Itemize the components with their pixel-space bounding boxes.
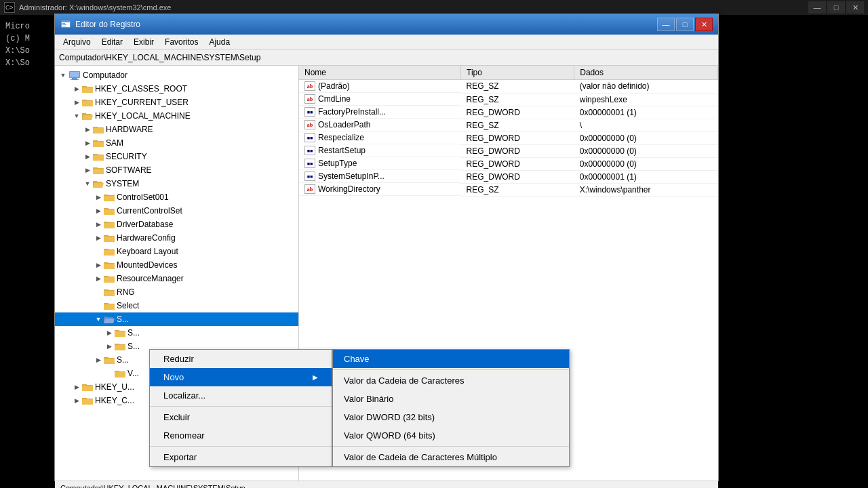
folder-icon bbox=[82, 98, 93, 107]
ctx-reduzir[interactable]: Reduzir bbox=[150, 350, 332, 368]
reg-type: REG_SZ bbox=[461, 93, 574, 106]
setup-expander[interactable]: ▼ bbox=[93, 314, 104, 325]
table-row[interactable]: abWorkingDirectory REG_SZ X:\windows\pan… bbox=[299, 183, 718, 196]
menu-arquivo[interactable]: Arquivo bbox=[58, 36, 96, 48]
system-expander[interactable]: ▼ bbox=[82, 178, 93, 189]
security-expander[interactable]: ▶ bbox=[82, 151, 93, 162]
tree-hkcr[interactable]: ▶ HKEY_CLASSES_ROOT bbox=[55, 82, 298, 96]
software-expander[interactable]: ▶ bbox=[82, 165, 93, 176]
ctx-excluir[interactable]: Excluir bbox=[150, 408, 332, 426]
submenu-valor-cadeia-multiplo[interactable]: Valor de Cadeia de Caracteres Múltiplo bbox=[333, 448, 569, 466]
hkcc-expander[interactable]: ▶ bbox=[71, 395, 82, 406]
folder-icon bbox=[104, 220, 115, 229]
tree-software-label: SOFTWARE bbox=[106, 165, 152, 175]
hkcu-expander[interactable]: ▶ bbox=[71, 97, 82, 108]
table-row[interactable]: ■■■■FactoryPreInstall... REG_DWORD 0x000… bbox=[299, 106, 718, 119]
submenu-valor-binario[interactable]: Valor Binário bbox=[333, 390, 569, 408]
sam-expander[interactable]: ▶ bbox=[82, 138, 93, 148]
driverdb-expander[interactable]: ▶ bbox=[93, 219, 104, 230]
root-expander[interactable]: ▼ bbox=[58, 70, 68, 81]
submenu-chave[interactable]: Chave bbox=[333, 350, 569, 368]
tree-setup[interactable]: ▼ S... bbox=[55, 312, 298, 326]
ctx-renomear[interactable]: Renomear bbox=[150, 426, 332, 445]
hwconfig-expander[interactable]: ▶ bbox=[93, 232, 104, 243]
ccs-expander[interactable]: ▶ bbox=[93, 205, 104, 216]
reg-type: REG_DWORD bbox=[461, 106, 574, 119]
ctx-localizar[interactable]: Localizar... bbox=[150, 386, 332, 405]
svg-rect-77 bbox=[82, 386, 93, 391]
context-menu[interactable]: Reduzir Novo ▶ Localizar... Excluir Reno… bbox=[149, 349, 332, 467]
submenu-chave-label: Chave bbox=[344, 354, 370, 364]
tree-driverdb[interactable]: ▶ DriverDatabase bbox=[55, 218, 298, 231]
tree-hklm[interactable]: ▼ HKEY_LOCAL_MACHINE bbox=[55, 109, 298, 123]
table-row[interactable]: ■■■■SetupType REG_DWORD 0x00000000 (0) bbox=[299, 157, 718, 170]
sc1-expander[interactable]: ▶ bbox=[104, 327, 115, 338]
cmd-close-button[interactable]: ✕ bbox=[846, 1, 864, 14]
ctx-exportar[interactable]: Exportar bbox=[150, 448, 332, 466]
ctx-novo[interactable]: Novo ▶ bbox=[150, 368, 332, 386]
regedit-maximize-button[interactable]: □ bbox=[676, 18, 694, 31]
tree-hwconfig[interactable]: ▶ HardwareConfig bbox=[55, 231, 298, 245]
tree-hardware[interactable]: ▶ HARDWARE bbox=[55, 123, 298, 136]
table-row[interactable]: abOsLoaderPath REG_SZ \ bbox=[299, 119, 718, 131]
reg-icon-ab: ab bbox=[304, 184, 315, 194]
regedit-title-controls: — □ ✕ bbox=[657, 18, 713, 31]
reg-type: REG_DWORD bbox=[461, 170, 574, 183]
hklm-expander[interactable]: ▼ bbox=[71, 110, 82, 121]
tree-s3-label: S... bbox=[117, 355, 129, 365]
table-row[interactable]: ■■■■Respecialize REG_DWORD 0x00000000 (0… bbox=[299, 131, 718, 144]
regedit-minimize-button[interactable]: — bbox=[657, 18, 675, 31]
table-row[interactable]: ab(Padrão) REG_SZ (valor não definido) bbox=[299, 80, 718, 94]
reg-type: REG_SZ bbox=[461, 119, 574, 131]
resmgr-expander[interactable]: ▶ bbox=[93, 273, 104, 284]
submenu-valor-qword[interactable]: Valor QWORD (64 bits) bbox=[333, 426, 569, 445]
hardware-expander[interactable]: ▶ bbox=[82, 124, 93, 135]
tree-root-label: Computador bbox=[83, 70, 127, 80]
folder-icon bbox=[104, 287, 115, 297]
cs1-expander[interactable]: ▶ bbox=[93, 192, 104, 203]
tree-currentcontrolset[interactable]: ▶ CurrentControlSet bbox=[55, 204, 298, 218]
tree-rng-label: RNG bbox=[117, 287, 135, 297]
tree-hkcu[interactable]: ▶ HKEY_CURRENT_USER bbox=[55, 96, 298, 109]
tree-root[interactable]: ▼ Computador bbox=[55, 68, 298, 82]
cmd-minimize-button[interactable]: — bbox=[808, 1, 826, 14]
tree-v1-label: V... bbox=[127, 369, 139, 378]
s3-expander[interactable]: ▶ bbox=[93, 354, 104, 365]
table-row[interactable]: ■■■■SystemSetupInP... REG_DWORD 0x000000… bbox=[299, 170, 718, 183]
tree-rng[interactable]: ▶ RNG bbox=[55, 285, 298, 299]
submenu-valor-dword[interactable]: Valor DWORD (32 bits) bbox=[333, 408, 569, 426]
table-row[interactable]: abCmdLine REG_SZ winpeshLexe bbox=[299, 93, 718, 106]
col-name: Nome bbox=[299, 66, 461, 80]
svg-rect-65 bbox=[115, 331, 125, 337]
svg-rect-56 bbox=[104, 291, 115, 296]
hku-expander[interactable]: ▶ bbox=[71, 382, 82, 392]
tree-select[interactable]: ▶ Select bbox=[55, 299, 298, 312]
tree-software[interactable]: ▶ SOFTWARE bbox=[55, 163, 298, 177]
tree-mounted[interactable]: ▶ MountedDevices bbox=[55, 258, 298, 272]
tree-sam[interactable]: ▶ SAM bbox=[55, 136, 298, 150]
cmd-maximize-button[interactable]: □ bbox=[827, 1, 845, 14]
menu-ajuda[interactable]: Ajuda bbox=[203, 36, 235, 48]
sc2-expander[interactable]: ▶ bbox=[104, 341, 115, 352]
folder-icon bbox=[93, 152, 104, 161]
menu-exibir[interactable]: Exibir bbox=[128, 36, 159, 48]
menu-editar[interactable]: Editar bbox=[96, 36, 128, 48]
regedit-close-button[interactable]: ✕ bbox=[695, 18, 713, 31]
tree-system[interactable]: ▼ SYSTEM bbox=[55, 177, 298, 190]
tree-security[interactable]: ▶ SECURITY bbox=[55, 150, 298, 163]
submenu-valor-cadeia[interactable]: Valor da Cadeia de Caracteres bbox=[333, 371, 569, 390]
submenu[interactable]: Chave Valor da Cadeia de Caracteres Valo… bbox=[332, 349, 570, 467]
hkcr-expander[interactable]: ▶ bbox=[71, 83, 82, 94]
tree-hku-label: HKEY_U... bbox=[95, 382, 134, 392]
tree-setup-child1[interactable]: ▶ S... bbox=[55, 326, 298, 340]
tree-keyboard-layout[interactable]: ▶ Keyboard Layout bbox=[55, 245, 298, 258]
table-row[interactable]: ■■■■RestartSetup REG_DWORD 0x00000000 (0… bbox=[299, 144, 718, 157]
tree-controlset001[interactable]: ▶ ControlSet001 bbox=[55, 190, 298, 204]
folder-icon bbox=[115, 342, 125, 351]
tree-resourcemgr[interactable]: ▶ ResourceManager bbox=[55, 272, 298, 285]
folder-icon bbox=[82, 382, 93, 392]
cmd-controls: — □ ✕ bbox=[808, 1, 864, 14]
reg-name: ■■■■RestartSetup bbox=[299, 144, 461, 157]
menu-favoritos[interactable]: Favoritos bbox=[159, 36, 203, 48]
mounted-expander[interactable]: ▶ bbox=[93, 260, 104, 270]
